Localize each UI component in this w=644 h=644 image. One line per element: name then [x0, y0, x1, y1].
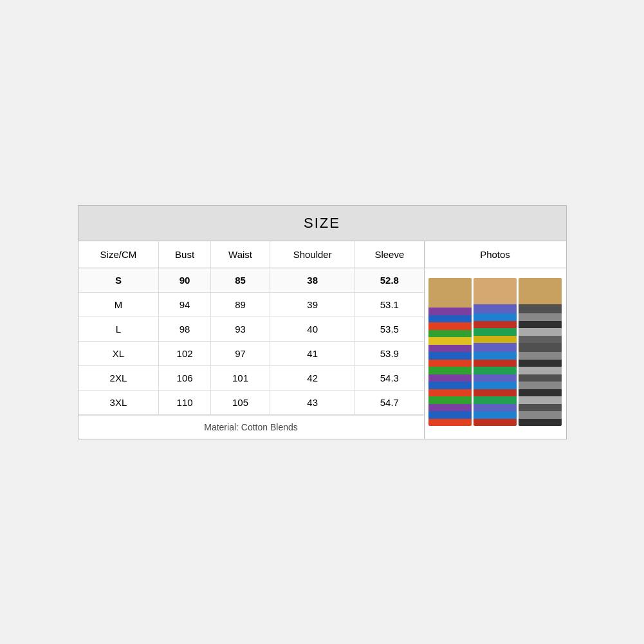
data-section: Size/CM Bust Waist Shoulder Sleeve S9085…: [78, 241, 425, 439]
photos-header: Photos: [425, 241, 566, 268]
col-header-waist: Waist: [210, 241, 270, 268]
cell-5-3: 43: [270, 390, 355, 414]
dress-photo-3: [519, 278, 562, 426]
table-row: 2XL1061014254.3: [78, 365, 424, 390]
dress-photo-2: [474, 278, 517, 426]
cell-2-4: 53.5: [355, 317, 424, 341]
cell-0-1: 90: [159, 268, 211, 292]
table-row: M94893953.1: [78, 292, 424, 317]
table-row: 3XL1101054354.7: [78, 390, 424, 414]
page-container: SIZE Size/CM Bust Waist Shoulder Sleeve: [0, 0, 644, 644]
col-header-sleeve: Sleeve: [355, 241, 424, 268]
cell-2-2: 93: [210, 317, 270, 341]
material-info: Material: Cotton Blends: [78, 415, 424, 439]
cell-4-2: 101: [210, 365, 270, 390]
cell-4-3: 42: [270, 365, 355, 390]
cell-1-2: 89: [210, 292, 270, 317]
dress-photo-1: [428, 278, 472, 426]
cell-1-1: 94: [159, 292, 211, 317]
cell-0-0: S: [78, 268, 159, 292]
cell-4-1: 106: [159, 365, 211, 390]
cell-2-0: L: [78, 317, 159, 341]
table-header-row: Size/CM Bust Waist Shoulder Sleeve: [78, 241, 424, 268]
size-table: Size/CM Bust Waist Shoulder Sleeve S9085…: [78, 241, 424, 415]
dress-photos: [428, 278, 562, 426]
cell-5-1: 110: [159, 390, 211, 414]
cell-0-2: 85: [210, 268, 270, 292]
table-row: XL102974153.9: [78, 341, 424, 365]
cell-1-0: M: [78, 292, 159, 317]
cell-3-3: 41: [270, 341, 355, 365]
col-header-size: Size/CM: [78, 241, 159, 268]
cell-0-3: 38: [270, 268, 355, 292]
main-content: Size/CM Bust Waist Shoulder Sleeve S9085…: [78, 241, 566, 439]
size-title: SIZE: [78, 206, 566, 241]
col-header-shoulder: Shoulder: [270, 241, 355, 268]
cell-4-4: 54.3: [355, 365, 424, 390]
cell-3-0: XL: [78, 341, 159, 365]
cell-3-2: 97: [210, 341, 270, 365]
photos-image-area: [425, 268, 566, 436]
cell-2-3: 40: [270, 317, 355, 341]
table-row: S90853852.8: [78, 268, 424, 292]
cell-1-4: 53.1: [355, 292, 424, 317]
cell-3-1: 102: [159, 341, 211, 365]
cell-5-2: 105: [210, 390, 270, 414]
cell-1-3: 39: [270, 292, 355, 317]
col-header-bust: Bust: [159, 241, 211, 268]
cell-5-4: 54.7: [355, 390, 424, 414]
cell-4-0: 2XL: [78, 365, 159, 390]
cell-3-4: 53.9: [355, 341, 424, 365]
cell-5-0: 3XL: [78, 390, 159, 414]
size-chart-table: SIZE Size/CM Bust Waist Shoulder Sleeve: [78, 205, 567, 439]
table-row: L98934053.5: [78, 317, 424, 341]
cell-0-4: 52.8: [355, 268, 424, 292]
photos-section: Photos: [425, 241, 566, 439]
cell-2-1: 98: [159, 317, 211, 341]
